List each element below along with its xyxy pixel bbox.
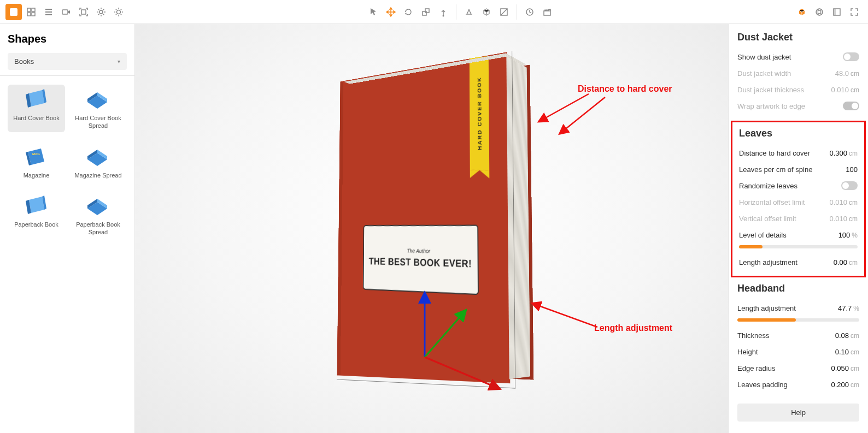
shapes-panel: Shapes Books ▾ Hard Cover BookHard Cover… bbox=[0, 24, 135, 433]
prop-thickness[interactable]: Thickness0.08cm bbox=[737, 327, 859, 343]
fullscreen-button[interactable] bbox=[846, 4, 863, 20]
slider[interactable] bbox=[737, 318, 859, 322]
focus-icon bbox=[79, 7, 89, 17]
label: Show dust jacket bbox=[737, 53, 791, 61]
value[interactable]: 0.200cm bbox=[831, 381, 859, 389]
svg-point-17 bbox=[816, 10, 823, 13]
prop-level-of-details[interactable]: Level of details100% bbox=[739, 227, 858, 243]
sphere-grid-icon bbox=[814, 7, 824, 17]
move-button[interactable] bbox=[383, 4, 399, 20]
clock-button[interactable] bbox=[521, 4, 538, 20]
grid-icon bbox=[26, 7, 36, 17]
label: Wrap artwork to edge bbox=[737, 102, 805, 110]
shape-magazine-spread[interactable]: Magazine Spread bbox=[69, 142, 127, 181]
svg-rect-1 bbox=[27, 8, 31, 11]
value[interactable]: 100% bbox=[838, 231, 858, 239]
shape-hard-cover-book[interactable]: Hard Cover Book bbox=[8, 85, 65, 132]
plane-button[interactable] bbox=[496, 4, 512, 20]
shapes-title: Shapes bbox=[8, 33, 127, 45]
shape-icon: MAG bbox=[22, 145, 51, 168]
prop-show-dust-jacket[interactable]: Show dust jacket bbox=[737, 49, 859, 65]
shape-label: Magazine Spread bbox=[74, 171, 121, 179]
svg-point-18 bbox=[818, 9, 821, 15]
prop-wrap-artwork-to-edge[interactable]: Wrap artwork to edge bbox=[737, 98, 859, 114]
prop-height[interactable]: Height0.10cm bbox=[737, 343, 859, 360]
svg-rect-4 bbox=[32, 13, 35, 16]
shape-paperback-book[interactable]: Paperback Book bbox=[8, 191, 65, 239]
prop-dust-jacket-width: Dust jacket width48.0cm bbox=[737, 65, 859, 81]
list-button[interactable] bbox=[40, 4, 57, 20]
chevron-down-icon: ▾ bbox=[118, 58, 120, 64]
main-toolbar bbox=[0, 0, 868, 24]
value[interactable]: 0.00cm bbox=[834, 258, 858, 266]
sun-button[interactable] bbox=[110, 4, 127, 20]
shape-paperback-book-spread[interactable]: Paperback Book Spread bbox=[69, 191, 127, 239]
prop-randomize-leaves[interactable]: Randomize leaves bbox=[739, 177, 858, 194]
svg-rect-20 bbox=[834, 9, 836, 15]
slider[interactable] bbox=[739, 245, 858, 248]
ground-button[interactable] bbox=[461, 4, 477, 20]
box-wire-button[interactable] bbox=[478, 4, 495, 20]
cube-orange-button[interactable] bbox=[794, 4, 810, 20]
rotate-button[interactable] bbox=[400, 4, 417, 20]
prop-leaves-padding[interactable]: Leaves padding0.200cm bbox=[737, 376, 859, 393]
shape-hard-cover-book-spread[interactable]: Hard Cover Book Spread bbox=[69, 85, 127, 132]
gear-button[interactable] bbox=[93, 4, 109, 20]
value[interactable]: 0.050cm bbox=[831, 364, 859, 372]
value[interactable]: 48.0cm bbox=[835, 69, 859, 78]
value[interactable]: 0.010cm bbox=[829, 198, 858, 206]
value[interactable]: 0.300cm bbox=[829, 149, 858, 157]
value[interactable]: 100 bbox=[846, 165, 858, 174]
shapes-category-dropdown[interactable]: Books ▾ bbox=[8, 53, 127, 70]
svg-point-16 bbox=[816, 9, 823, 15]
toggle[interactable] bbox=[841, 181, 858, 190]
label: Level of details bbox=[739, 231, 787, 239]
shape-magazine[interactable]: MAGMagazine bbox=[8, 142, 65, 181]
add-button[interactable] bbox=[5, 4, 22, 20]
pages-right-edge bbox=[506, 56, 530, 379]
label: Distance to hard cover bbox=[739, 149, 810, 157]
book-model[interactable]: HARD COVER BOOK The Author THE BEST BOOK… bbox=[351, 58, 522, 382]
add-icon bbox=[9, 7, 19, 17]
pivot-button[interactable] bbox=[435, 4, 451, 20]
value[interactable]: 0.010cm bbox=[829, 215, 858, 223]
annotation-arrow-1b bbox=[550, 94, 611, 143]
label: Dust jacket thickness bbox=[737, 86, 804, 94]
prop-edge-radius[interactable]: Edge radius0.050cm bbox=[737, 360, 859, 376]
value[interactable]: 0.08cm bbox=[835, 331, 859, 340]
prop-distance-to-hard-cover[interactable]: Distance to hard cover0.300cm bbox=[739, 145, 858, 161]
svg-rect-5 bbox=[62, 10, 68, 14]
value[interactable]: 0.010cm bbox=[831, 86, 859, 94]
scale-button[interactable] bbox=[418, 4, 434, 20]
prop-leaves-per-cm-of-spine[interactable]: Leaves per cm of spine100 bbox=[739, 161, 858, 177]
3d-viewport[interactable]: HARD COVER BOOK The Author THE BEST BOOK… bbox=[135, 24, 728, 433]
section-title: Leaves bbox=[739, 128, 858, 139]
shape-label: Magazine bbox=[24, 171, 50, 179]
annotation-length: Length adjustment bbox=[594, 323, 672, 333]
toggle[interactable] bbox=[843, 52, 859, 61]
ribbon-text: HARD COVER BOOK bbox=[476, 76, 482, 150]
panel-button[interactable] bbox=[829, 4, 845, 20]
rotate-icon bbox=[403, 7, 413, 17]
pointer-button[interactable] bbox=[365, 4, 382, 20]
panel-icon bbox=[832, 7, 842, 17]
grid-button[interactable] bbox=[23, 4, 39, 20]
focus-button[interactable] bbox=[75, 4, 92, 20]
value[interactable]: 47.7% bbox=[838, 304, 859, 312]
book-front-cover: HARD COVER BOOK The Author THE BEST BOOK… bbox=[337, 52, 510, 383]
book-author: The Author bbox=[407, 247, 430, 254]
label: Height bbox=[737, 348, 758, 356]
move-icon bbox=[386, 7, 396, 17]
divider bbox=[0, 75, 134, 76]
label: Dust jacket width bbox=[737, 69, 791, 78]
prop-length-adjustment[interactable]: Length adjustment47.7% bbox=[737, 300, 859, 316]
shape-label: Paperback Book bbox=[14, 221, 58, 228]
value[interactable]: 0.10cm bbox=[835, 348, 859, 356]
sphere-grid-button[interactable] bbox=[811, 4, 828, 20]
help-button[interactable]: Help bbox=[737, 404, 859, 422]
camera-button[interactable] bbox=[58, 4, 74, 20]
clapper-button[interactable] bbox=[539, 4, 555, 20]
scale-icon bbox=[421, 7, 431, 17]
prop-length-adjustment[interactable]: Length adjustment0.00cm bbox=[739, 254, 858, 270]
shape-icon bbox=[22, 88, 51, 111]
